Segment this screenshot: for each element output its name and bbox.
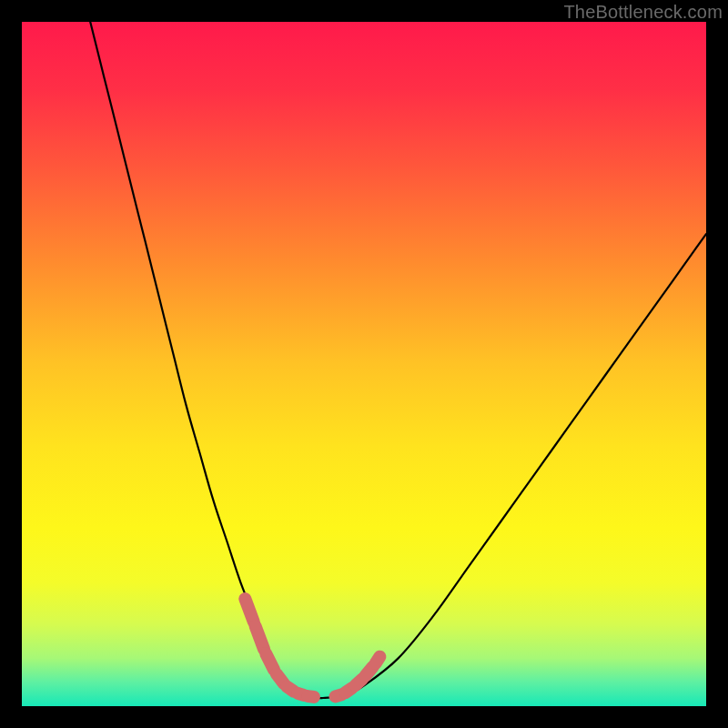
left-dip-marker [245, 599, 254, 622]
watermark-text: TheBottleneck.com [563, 2, 723, 23]
bottleneck-chart [22, 22, 706, 706]
left-dip-marker [256, 626, 265, 649]
left-dip-marker [308, 696, 314, 697]
left-dip-marker [266, 653, 274, 670]
plot-frame [22, 22, 706, 706]
gradient-background [22, 22, 706, 706]
right-dip-marker [376, 657, 380, 663]
